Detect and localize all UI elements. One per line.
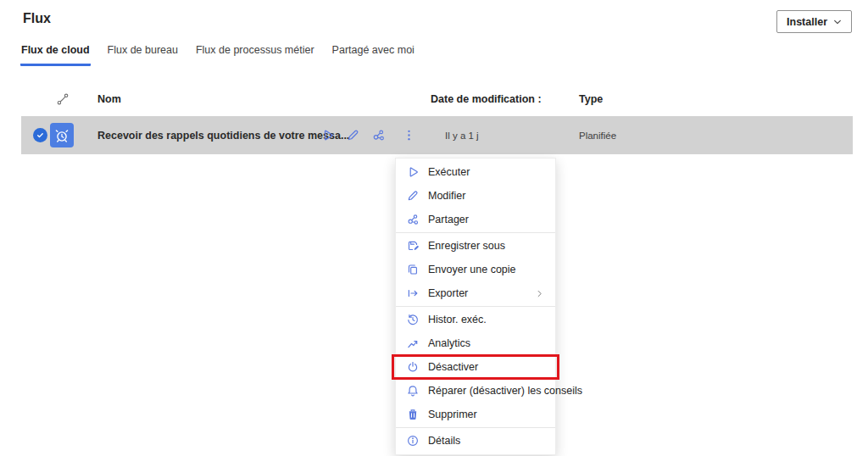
trash-icon [406, 408, 420, 421]
column-header-type: Type [579, 93, 603, 105]
bell-icon [406, 384, 420, 398]
menu-item-label: Exporter [428, 287, 468, 299]
menu-item-details[interactable]: Détails [396, 429, 555, 453]
info-icon [406, 434, 420, 448]
menu-item-exporter[interactable]: Exporter [396, 281, 555, 305]
table-row[interactable]: Recevoir des rappels quotidiens de votre… [21, 116, 853, 154]
save-as-icon [406, 239, 420, 253]
menu-item-executer[interactable]: Exécuter [396, 160, 555, 184]
row-checkbox-checked[interactable] [33, 128, 47, 142]
menu-item-supprimer[interactable]: Supprimer [396, 403, 555, 426]
install-button[interactable]: Installer [776, 10, 852, 33]
pencil-icon [406, 189, 420, 203]
menu-divider [396, 232, 555, 233]
power-automate-flows-page: Flux Installer Flux de cloud Flux de bur… [0, 0, 868, 456]
flow-name: Recevoir des rappels quotidiens de votre… [97, 116, 318, 154]
menu-item-modifier[interactable]: Modifier [396, 184, 555, 208]
menu-item-label: Enregistrer sous [428, 240, 505, 252]
column-header-date-modification: Date de modification : [431, 93, 542, 105]
menu-divider [396, 427, 555, 428]
flow-connector-icon [56, 92, 70, 106]
share-icon[interactable] [371, 128, 386, 142]
flow-type: Planifiée [579, 116, 616, 154]
menu-item-label: Envoyer une copie [428, 264, 516, 275]
menu-item-label: Désactiver [428, 361, 478, 373]
share-icon [406, 213, 420, 226]
menu-item-label: Analytics [428, 337, 470, 349]
menu-item-desactiver[interactable]: Désactiver [396, 355, 555, 379]
menu-item-label: Réparer (désactiver) les conseils [428, 385, 582, 397]
page-title: Flux [23, 11, 51, 26]
analytics-icon [406, 336, 420, 350]
menu-item-label: Partager [428, 214, 469, 225]
menu-item-partager[interactable]: Partager [396, 208, 555, 231]
copy-icon [406, 263, 420, 276]
menu-divider [396, 306, 555, 307]
chevron-down-icon [833, 18, 842, 26]
menu-item-label: Exécuter [428, 166, 470, 178]
menu-item-label: Détails [428, 435, 460, 447]
more-vertical-icon[interactable] [402, 128, 416, 142]
tab-flux-de-bureau[interactable]: Flux de bureau [107, 41, 179, 66]
tab-flux-de-processus-metier[interactable]: Flux de processus métier [195, 41, 315, 66]
tab-flux-de-cloud[interactable]: Flux de cloud [20, 41, 91, 66]
menu-item-reparer-conseils[interactable]: Réparer (désactiver) les conseils [396, 379, 555, 403]
play-icon[interactable] [320, 128, 335, 142]
flow-modified-date: Il y a 1 j [445, 116, 479, 154]
play-icon [406, 165, 420, 179]
menu-item-envoyer-une-copie[interactable]: Envoyer une copie [396, 258, 555, 281]
menu-item-label: Supprimer [428, 409, 477, 420]
menu-item-histor-exec[interactable]: Histor. exéc. [396, 308, 555, 331]
menu-item-label: Modifier [428, 190, 465, 202]
tab-bar: Flux de cloud Flux de bureau Flux de pro… [20, 41, 415, 66]
context-menu: Exécuter Modifier Partager [395, 158, 556, 455]
export-icon [406, 286, 420, 300]
alarm-clock-icon [50, 123, 74, 147]
menu-item-label: Histor. exéc. [428, 314, 487, 325]
power-icon [406, 360, 420, 374]
table-header: Nom Date de modification : Type [21, 85, 853, 116]
chevron-right-icon [535, 288, 545, 298]
menu-item-enregistrer-sous[interactable]: Enregistrer sous [396, 234, 555, 258]
pencil-icon[interactable] [346, 128, 360, 142]
history-icon [406, 313, 420, 326]
menu-item-analytics[interactable]: Analytics [396, 331, 555, 355]
tab-partage-avec-moi[interactable]: Partagé avec moi [331, 41, 415, 66]
install-button-label: Installer [787, 16, 827, 28]
column-header-nom: Nom [97, 93, 121, 105]
